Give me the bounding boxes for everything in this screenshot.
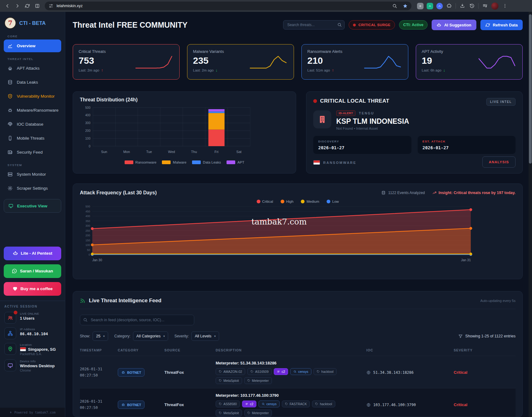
refresh-data-button[interactable]: Refresh Data [480,20,523,30]
legend-item-Critical[interactable]: Critical [257,200,273,203]
ioc-value[interactable]: 103.177.46.100:3790 [373,403,416,407]
bookmark-star-icon[interactable] [401,2,409,10]
tag-hacktool[interactable]: hacktool [312,401,335,407]
zoom-icon[interactable] [391,2,398,10]
analysis-button[interactable]: ANALYSIS [482,156,516,168]
tag-c2[interactable]: c2 [274,368,288,375]
page-scrollbar[interactable] [529,12,532,417]
discovery-date: 2026-01-27 [318,145,406,150]
tag-FASTRACK[interactable]: FASTRACK [282,401,310,407]
attack-frequency-title: Attack Frequency (Last 30 Days) [80,190,381,196]
legend-item-Data Leaks[interactable]: Data Leaks [192,160,221,164]
sidebar-item-apt-attacks[interactable]: APT Attacks [0,61,65,75]
table-row[interactable]: 2026-01-3100:27:50 BOTNET ThreatFox Mete… [80,388,516,417]
tag-AMAZON-02[interactable]: AMAZON-02 [216,368,245,375]
feedback-whatsapp-button[interactable]: Saran / Masukan [4,264,61,278]
legend-item-Medium[interactable]: Medium [301,200,319,203]
tag-Meterpreter[interactable]: Meterpreter [244,377,272,384]
sidebar-item-label: Overview [17,44,35,48]
sidebar-item-data-leaks[interactable]: Data Leaks [0,75,65,89]
sidebar-item-overview[interactable]: Overview [4,39,61,52]
reload-button[interactable] [23,2,32,10]
stat-card-ransomware-alerts[interactable]: Ransomware Alerts 210 Last: 51m ago↑ [301,44,408,80]
sidebar-item-mobile-threats[interactable]: Mobile Threats [0,131,65,145]
legend-item-APT[interactable]: APT [227,160,244,164]
sidebar-item-label: IOC Database [17,122,44,127]
address-bar[interactable]: lelahmiskin.xyz [45,2,411,10]
stat-label: Malware Variants [193,49,224,54]
show-value: 25 [96,334,100,338]
executive-view-button[interactable]: Executive View [4,199,61,213]
show-select[interactable]: 25▾ [93,331,108,341]
location-label: Location [20,343,56,346]
tag-MetaSploit[interactable]: MetaSploit [216,377,242,384]
reading-list-button[interactable] [33,2,42,10]
tag-Meterpreter[interactable]: Meterpreter [244,410,272,416]
tag-AS16509[interactable]: AS16509 [247,368,272,375]
ai-pentest-button[interactable]: Lite - AI Pentest [4,247,61,260]
vpn-alt-extension-icon[interactable] [436,3,443,9]
col-timestamp[interactable]: TIMESTAMP [80,348,118,352]
tag-AS58580[interactable]: AS58580 [216,401,240,407]
sidebar-item-system-monitor[interactable]: System Monitor [0,167,65,181]
category-badge[interactable]: BOTNET [118,368,144,377]
col-source[interactable]: SOURCE [164,348,216,352]
severity-select[interactable]: All Levels▾ [191,331,219,341]
category-select[interactable]: All Categories▾ [133,331,168,341]
col-severity[interactable]: SEVERITY [446,348,516,352]
brand: 7 CTI - BETA [0,16,65,30]
row-date: 2026-01-31 [80,366,118,373]
tag-censys[interactable]: censys [290,368,311,375]
browser-toolbar: lelahmiskin.xyz [0,0,532,12]
threat-search [283,20,345,30]
scrollbar-thumb[interactable] [529,14,532,164]
legend-item-High[interactable]: High [281,200,294,203]
sidebar-item-vulnerability-monitor[interactable]: Vulnerability Monitor [0,89,65,103]
legend-item-Low[interactable]: Low [327,200,339,203]
tag-censys[interactable]: censys [259,401,280,407]
sidebar-item-malware-ransomware[interactable]: Malware/Ransomware [0,103,65,117]
row-time: 00:27:50 [80,373,118,379]
ai-suggestion-button[interactable]: AI Suggestion [432,20,476,30]
col-description[interactable]: DESCRIPTION [216,348,366,352]
tag-hacktool[interactable]: hacktool [314,368,337,375]
critical-local-threat-panel: CRITICAL LOCAL THREAT LIVE INTEL ID-ALER… [306,91,523,174]
sidebar-item-scraper-settings[interactable]: Scraper Settings [0,181,65,195]
mobile-icon [7,136,13,141]
vpn-extension-icon[interactable] [427,3,433,9]
ai-pentest-label: Lite - AI Pentest [21,251,53,256]
pause-extension-icon[interactable] [417,3,424,9]
legend-item-Malware[interactable]: Malware [162,160,186,164]
stat-card-apt-activity[interactable]: APT Activity 19 Last: 6h ago↓ [416,44,523,80]
profile-avatar[interactable] [491,2,498,10]
forward-button[interactable] [13,2,22,10]
stat-cards: Critical Threats 753 Last: 2m ago↑ Malwa… [73,44,523,80]
col-ioc[interactable]: IOC [366,348,446,352]
back-button[interactable] [3,2,12,10]
tag-c2[interactable]: c2 [242,401,256,407]
surge-dot-icon [353,24,356,26]
ip-value: 86.48.10.104 [20,331,48,336]
site-settings-icon[interactable] [48,3,53,8]
url-text[interactable]: lelahmiskin.xyz [57,4,388,8]
legend-item-Ransomware[interactable]: Ransomware [125,160,157,164]
extensions-puzzle-icon[interactable] [446,3,452,9]
sidebar-item-security-feed[interactable]: Security Feed [0,145,65,159]
category-value: All Categories [136,334,161,338]
table-row[interactable]: 2026-01-3100:27:50 BOTNET ThreatFox Mete… [80,356,516,388]
browser-menu-icon[interactable] [502,3,508,9]
feed-search-input[interactable] [80,315,194,325]
tag-MetaSploit[interactable]: MetaSploit [216,410,242,416]
media-playlist-icon[interactable] [482,3,488,9]
threat-distribution-panel: Threat Distribution (24h) 01002003004005… [73,91,296,174]
ioc-value[interactable]: 51.34.38.143:18286 [373,370,414,375]
sidebar-item-ioc-database[interactable]: IOC Database [0,117,65,131]
search-input[interactable] [283,20,345,30]
stat-card-critical-threats[interactable]: Critical Threats 753 Last: 2m ago↑ [73,44,180,80]
col-category[interactable]: CATEGORY [118,348,164,352]
stat-card-malware-variants[interactable]: Malware Variants 235 Last: 2m ago↓ [187,44,294,80]
category-badge[interactable]: BOTNET [118,401,144,409]
downloads-icon[interactable] [459,3,466,9]
history-icon[interactable] [469,3,475,9]
buy-coffee-button[interactable]: Buy me a coffee [4,282,61,296]
